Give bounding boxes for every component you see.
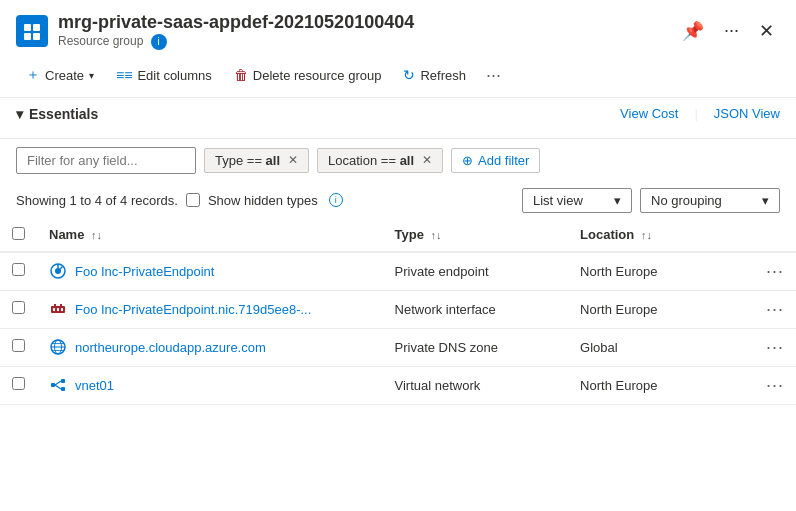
row-location-cell: North Europe xyxy=(568,252,720,291)
row-type-cell: Private DNS zone xyxy=(383,328,569,366)
refresh-button[interactable]: ↻ Refresh xyxy=(393,62,476,88)
toolbar-more-button[interactable]: ··· xyxy=(478,60,509,91)
info-icon[interactable]: i xyxy=(151,34,167,50)
chevron-down-icon: ▾ xyxy=(16,106,23,122)
row-more-button[interactable]: ··· xyxy=(766,337,784,357)
title-text: mrg-private-saas-appdef-20210520100404 R… xyxy=(58,12,414,50)
column-header-type[interactable]: Type ↑↓ xyxy=(383,219,569,252)
row-checkbox-cell xyxy=(0,252,37,291)
name-content: Foo Inc-PrivateEndpoint xyxy=(49,262,371,280)
page-subtitle: Resource group i xyxy=(58,34,167,48)
svg-rect-21 xyxy=(61,387,65,391)
row-name-cell: Foo Inc-PrivateEndpoint xyxy=(37,252,383,291)
svg-line-7 xyxy=(60,267,63,270)
name-content: Foo Inc-PrivateEndpoint.nic.719d5ee8-... xyxy=(49,300,371,318)
table-row: northeurope.cloudapp.azure.com Private D… xyxy=(0,328,796,366)
essentials-header: ▾ Essentials View Cost | JSON View xyxy=(16,106,780,122)
table-header-row: Name ↑↓ Type ↑↓ Location ↑↓ xyxy=(0,219,796,252)
title-bar: mrg-private-saas-appdef-20210520100404 R… xyxy=(0,0,796,54)
page-title: mrg-private-saas-appdef-20210520100404 xyxy=(58,12,414,33)
right-controls: List view ▾ No grouping ▾ xyxy=(522,188,780,213)
resource-name-link[interactable]: Foo Inc-PrivateEndpoint.nic.719d5ee8-... xyxy=(75,302,311,317)
location-filter-close[interactable]: ✕ xyxy=(422,153,432,167)
close-button[interactable]: ✕ xyxy=(753,16,780,46)
row-more-button[interactable]: ··· xyxy=(766,261,784,281)
plus-icon: ＋ xyxy=(26,66,40,84)
type-filter-tag[interactable]: Type == all ✕ xyxy=(204,148,309,173)
row-location-cell: North Europe xyxy=(568,366,720,404)
row-actions-cell: ··· xyxy=(720,290,796,328)
row-more-button[interactable]: ··· xyxy=(766,299,784,319)
name-content: northeurope.cloudapp.azure.com xyxy=(49,338,371,356)
svg-line-22 xyxy=(55,381,61,385)
grouping-chevron-icon: ▾ xyxy=(762,193,769,208)
column-header-location[interactable]: Location ↑↓ xyxy=(568,219,720,252)
show-hidden-checkbox[interactable] xyxy=(186,193,200,207)
view-cost-link[interactable]: View Cost xyxy=(620,106,678,121)
row-checkbox[interactable] xyxy=(12,301,25,314)
row-actions-cell: ··· xyxy=(720,252,796,291)
delete-icon: 🗑 xyxy=(234,67,248,83)
row-type-cell: Network interface xyxy=(383,290,569,328)
row-checkbox-cell xyxy=(0,366,37,404)
list-view-dropdown[interactable]: List view ▾ xyxy=(522,188,632,213)
list-controls: Showing 1 to 4 of 4 records. Show hidden… xyxy=(0,182,796,219)
svg-rect-10 xyxy=(60,304,62,307)
select-all-header[interactable] xyxy=(0,219,37,252)
svg-rect-19 xyxy=(51,383,55,387)
column-header-name[interactable]: Name ↑↓ xyxy=(37,219,383,252)
row-name-cell: northeurope.cloudapp.azure.com xyxy=(37,328,383,366)
row-location-cell: Global xyxy=(568,328,720,366)
delete-button[interactable]: 🗑 Delete resource group xyxy=(224,62,392,88)
column-header-actions xyxy=(720,219,796,252)
pin-button[interactable]: 📌 xyxy=(676,16,710,46)
essentials-section: ▾ Essentials View Cost | JSON View xyxy=(0,98,796,139)
row-name-cell: vnet01 xyxy=(37,366,383,404)
essentials-title[interactable]: ▾ Essentials xyxy=(16,106,98,122)
row-checkbox-cell xyxy=(0,328,37,366)
resource-name-link[interactable]: northeurope.cloudapp.azure.com xyxy=(75,340,266,355)
svg-rect-12 xyxy=(57,308,59,311)
resources-table: Name ↑↓ Type ↑↓ Location ↑↓ Foo Inc-Priv… xyxy=(0,219,796,405)
row-checkbox-cell xyxy=(0,290,37,328)
hidden-types-info-icon[interactable]: i xyxy=(329,193,343,207)
svg-rect-9 xyxy=(54,304,56,307)
resource-name-link[interactable]: vnet01 xyxy=(75,378,114,393)
create-button[interactable]: ＋ Create ▾ xyxy=(16,61,104,89)
svg-rect-2 xyxy=(24,33,31,40)
row-checkbox[interactable] xyxy=(12,263,25,276)
row-type-cell: Virtual network xyxy=(383,366,569,404)
table-row: Foo Inc-PrivateEndpoint.nic.719d5ee8-...… xyxy=(0,290,796,328)
create-chevron-icon: ▾ xyxy=(89,70,94,81)
type-sort-icon: ↑↓ xyxy=(431,229,442,241)
location-filter-tag[interactable]: Location == all ✕ xyxy=(317,148,443,173)
table-row: Foo Inc-PrivateEndpoint Private endpoint… xyxy=(0,252,796,291)
columns-icon: ≡≡ xyxy=(116,67,132,83)
svg-rect-1 xyxy=(33,24,40,31)
more-window-button[interactable]: ··· xyxy=(718,16,745,46)
add-filter-button[interactable]: ⊕ Add filter xyxy=(451,148,540,173)
filter-input[interactable] xyxy=(16,147,196,174)
row-location-cell: North Europe xyxy=(568,290,720,328)
type-filter-close[interactable]: ✕ xyxy=(288,153,298,167)
svg-rect-11 xyxy=(53,308,55,311)
grouping-dropdown[interactable]: No grouping ▾ xyxy=(640,188,780,213)
name-content: vnet01 xyxy=(49,376,371,394)
row-name-cell: Foo Inc-PrivateEndpoint.nic.719d5ee8-... xyxy=(37,290,383,328)
select-all-checkbox[interactable] xyxy=(12,227,25,240)
edit-columns-button[interactable]: ≡≡ Edit columns xyxy=(106,62,222,88)
svg-rect-0 xyxy=(24,24,31,31)
essentials-links: View Cost | JSON View xyxy=(620,106,780,121)
row-more-button[interactable]: ··· xyxy=(766,375,784,395)
row-checkbox[interactable] xyxy=(12,377,25,390)
json-view-link[interactable]: JSON View xyxy=(714,106,780,121)
list-view-chevron-icon: ▾ xyxy=(614,193,621,208)
filter-bar: Type == all ✕ Location == all ✕ ⊕ Add fi… xyxy=(0,139,796,182)
records-info: Showing 1 to 4 of 4 records. Show hidden… xyxy=(16,193,343,208)
row-actions-cell: ··· xyxy=(720,328,796,366)
row-actions-cell: ··· xyxy=(720,366,796,404)
row-checkbox[interactable] xyxy=(12,339,25,352)
resource-name-link[interactable]: Foo Inc-PrivateEndpoint xyxy=(75,264,214,279)
svg-rect-13 xyxy=(61,308,63,311)
add-filter-icon: ⊕ xyxy=(462,153,473,168)
